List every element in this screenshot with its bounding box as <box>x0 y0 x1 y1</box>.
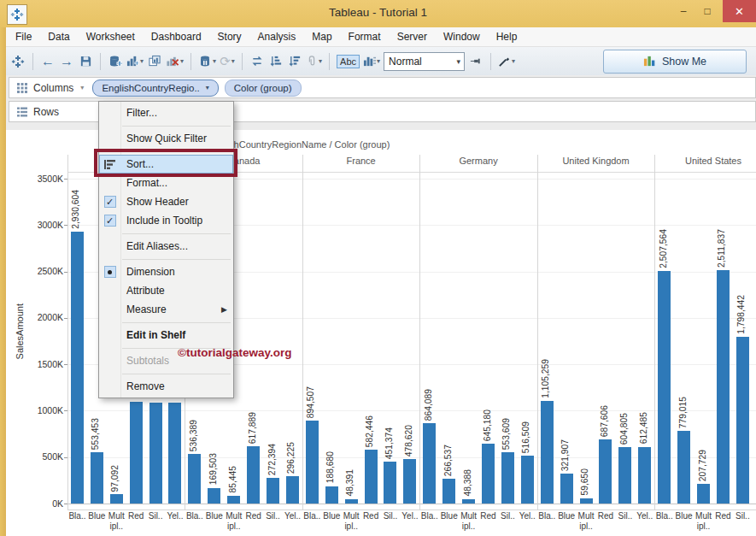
bar-mark[interactable] <box>501 452 514 504</box>
bar-value-label: 97,092 <box>110 465 120 492</box>
bar-mark[interactable] <box>365 450 378 504</box>
y-axis-tick-label: 1000K <box>24 405 63 415</box>
bar-mark[interactable] <box>149 403 162 504</box>
pane-separator <box>537 155 538 509</box>
menu-item-label: Format... <box>120 177 167 189</box>
bar-mark[interactable] <box>227 496 240 504</box>
bar-mark[interactable] <box>247 446 260 504</box>
bar-value-label: 2,507,564 <box>659 229 668 268</box>
menu-item-remove[interactable]: Remove <box>99 377 233 396</box>
menu-item-gutter: ✓ <box>99 215 120 227</box>
y-axis-line <box>67 155 68 509</box>
y-axis-tick-label: 3500K <box>24 174 63 184</box>
menu-item-label: Show Header <box>120 196 189 208</box>
bar-mark[interactable] <box>560 474 573 504</box>
menu-item-measure[interactable]: Measure▶ <box>99 300 233 319</box>
bar-mark[interactable] <box>697 484 710 504</box>
bar-value-label: 48,388 <box>463 469 472 497</box>
bar-mark[interactable] <box>384 462 396 504</box>
bar-value-label: 296,225 <box>286 442 296 474</box>
bar-mark[interactable] <box>462 499 475 504</box>
bar-mark[interactable] <box>677 431 690 504</box>
bar-value-label: 85,445 <box>228 466 237 493</box>
bar-value-label: 48,391 <box>345 469 355 497</box>
bar-mark[interactable] <box>541 401 554 504</box>
column-header-united-kingdom[interactable]: United Kingdom <box>562 156 629 166</box>
radio-dot <box>108 270 112 274</box>
bar-value-label: 553,609 <box>501 418 511 450</box>
bar-mark[interactable] <box>580 498 593 504</box>
menu-item-label: Include in Tooltip <box>120 215 202 227</box>
bar-mark[interactable] <box>403 459 416 504</box>
bar-mark[interactable] <box>521 456 534 504</box>
bar-value-label: 266,537 <box>443 445 453 476</box>
bar-mark[interactable] <box>717 270 730 504</box>
bar-value-label: 169,503 <box>208 453 218 485</box>
bar-value-label: 478,620 <box>404 425 413 456</box>
bar-value-label: 2,930,604 <box>71 190 80 229</box>
bar-value-label: 779,015 <box>678 397 688 428</box>
bar-value-label: 645,180 <box>483 409 492 441</box>
menu-item-label: Subtotals <box>120 355 169 367</box>
bar-value-label: 1,798,442 <box>736 295 746 334</box>
bar-mark[interactable] <box>91 452 103 504</box>
menu-item-gutter: ✓ <box>99 196 120 208</box>
menu-item-attribute[interactable]: Attribute <box>99 281 233 300</box>
menu-separator <box>122 259 231 260</box>
bar-mark[interactable] <box>736 337 749 504</box>
bar-mark[interactable] <box>618 447 631 504</box>
menu-separator <box>122 126 231 127</box>
menu-item-edit-in-shelf[interactable]: Edit in Shelf <box>99 326 233 345</box>
bar-value-label: 272,394 <box>267 444 277 475</box>
bar-mark[interactable] <box>188 454 201 504</box>
menu-separator <box>122 233 231 234</box>
bar-value-label: 617,889 <box>248 412 257 444</box>
bar-mark[interactable] <box>130 402 143 504</box>
column-header-germany[interactable]: Germany <box>459 156 497 166</box>
bar-mark[interactable] <box>442 479 455 504</box>
bar-value-label: 687,606 <box>600 405 609 437</box>
column-header-united-states[interactable]: United States <box>685 156 741 166</box>
bar-mark[interactable] <box>267 478 279 504</box>
plot-bottom-line <box>67 509 756 510</box>
bar-value-label: 516,509 <box>521 421 530 453</box>
bar-mark[interactable] <box>286 476 299 504</box>
y-axis-tick-label: 2000K <box>24 312 63 322</box>
x-axis-category-label: Sil.. <box>730 511 754 521</box>
bar-value-label: 612,485 <box>639 412 648 444</box>
bar-value-label: 451,374 <box>384 427 394 459</box>
menu-item-label: Edit Aliases... <box>120 240 188 252</box>
y-axis-tick-label: 500K <box>24 451 63 462</box>
y-axis-tick-label: 0K <box>24 498 63 509</box>
radio-selected-icon <box>104 266 116 278</box>
bar-mark[interactable] <box>345 499 358 504</box>
bar-value-label: 1,105,259 <box>541 359 550 398</box>
menu-item-show-quick-filter[interactable]: Show Quick Filter <box>99 129 233 148</box>
bar-mark[interactable] <box>71 232 84 504</box>
menu-item-show-header[interactable]: ✓Show Header <box>99 192 233 211</box>
bar-mark[interactable] <box>638 447 651 504</box>
menu-item-include-in-tooltip[interactable]: ✓Include in Tooltip <box>99 211 233 230</box>
bar-mark[interactable] <box>482 444 495 504</box>
menu-item-edit-aliases[interactable]: Edit Aliases... <box>99 237 233 256</box>
column-header-france[interactable]: France <box>347 156 376 166</box>
bar-value-label: 604,805 <box>619 413 629 445</box>
bar-mark[interactable] <box>423 423 436 504</box>
bar-mark[interactable] <box>110 494 123 504</box>
bar-mark[interactable] <box>168 403 181 504</box>
menu-item-dimension[interactable]: Dimension <box>99 262 233 281</box>
pane-separator <box>302 155 303 509</box>
bar-value-label: 321,907 <box>560 439 570 471</box>
bar-mark[interactable] <box>306 421 319 504</box>
menu-item-label: Attribute <box>120 285 165 297</box>
pane-separator <box>654 155 655 509</box>
bar-value-label: 864,089 <box>424 389 433 421</box>
bar-mark[interactable] <box>599 439 612 504</box>
bar-mark[interactable] <box>325 486 338 504</box>
bar-mark[interactable] <box>658 271 671 504</box>
zero-axis-line <box>67 504 756 504</box>
y-axis-tick-label: 1500K <box>24 359 63 369</box>
bar-mark[interactable] <box>208 488 220 504</box>
menu-item-filter[interactable]: Filter... <box>99 103 233 122</box>
menu-separator <box>122 322 231 323</box>
